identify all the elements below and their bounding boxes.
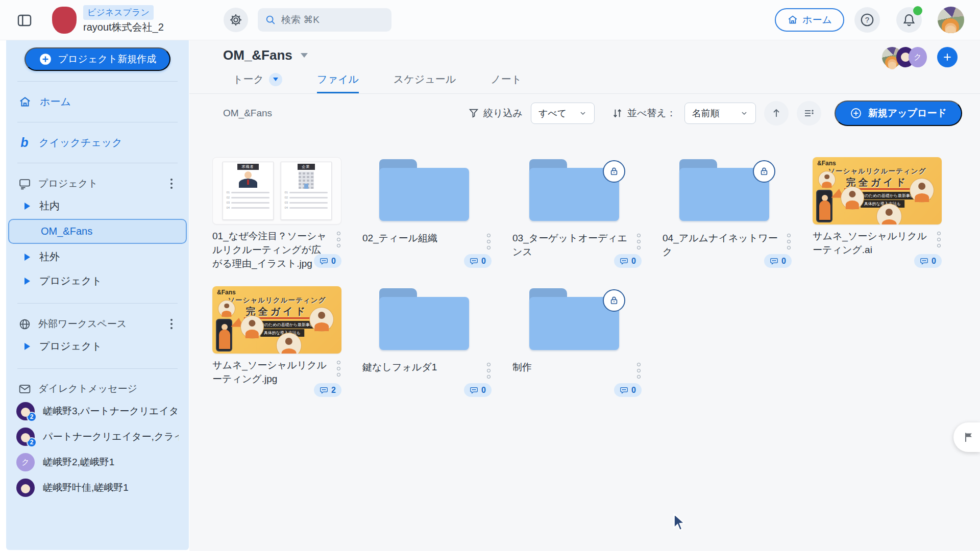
- app-root: ビジネスプラン rayout株式会社_2 ホーム ?: [0, 0, 980, 551]
- slide-illustration: 企業 01020304: [281, 162, 332, 220]
- file-toolbar: OM_&Fans 絞り込み すべて 並べ替え： 名前順: [189, 94, 980, 132]
- filter-select[interactable]: すべて: [531, 103, 595, 124]
- lock-badge-icon: [603, 160, 625, 183]
- create-project-button[interactable]: プロジェクト新規作成: [24, 47, 170, 71]
- folder-card[interactable]: 鍵なしフォルダ1 0: [362, 286, 492, 415]
- sidebar-item-project-selected[interactable]: OM_&Fans: [8, 219, 187, 244]
- sidebar: プロジェクト新規作成 ホーム b クイックチェック プロジェクト 社内 OM_&…: [6, 40, 189, 550]
- comment-count-badge[interactable]: 0: [614, 383, 642, 397]
- sidebar-group-internal[interactable]: 社内: [15, 194, 180, 218]
- tab-notes[interactable]: ノート: [491, 72, 522, 93]
- talk-dropdown-icon[interactable]: [269, 73, 282, 86]
- file-menu-icon[interactable]: [636, 361, 642, 381]
- dm-item[interactable]: ク 嵯峨野2,嵯峨野1: [15, 449, 180, 475]
- building-illustration: [299, 171, 314, 189]
- person-photo: [277, 333, 301, 354]
- sidebar-toggle-icon[interactable]: [14, 11, 35, 30]
- sidebar-external-project[interactable]: プロジェクト: [15, 334, 180, 358]
- sort-select[interactable]: 名前順: [684, 103, 756, 124]
- dm-item[interactable]: 嵯峨野叶佳,嵯峨野1: [15, 475, 180, 500]
- add-member-button[interactable]: [937, 47, 958, 67]
- search-box[interactable]: [258, 8, 391, 32]
- file-card[interactable]: &Fans ソーシャルリクルーティング 完全ガイド 採用成功のための基礎から最新…: [813, 157, 942, 286]
- comment-count-badge[interactable]: 0: [914, 254, 942, 268]
- feedback-flag-button[interactable]: [953, 422, 980, 452]
- folder-card[interactable]: 03_ターゲットオーディエンス 0: [512, 157, 642, 286]
- divider: [17, 368, 178, 369]
- file-card[interactable]: 求職者 01020304 企業 01020304 01_なぜ今注目？ソーシャルリ…: [212, 157, 341, 286]
- person-photo: [841, 187, 864, 209]
- envelope-icon: [18, 383, 31, 395]
- tab-files[interactable]: ファイル: [317, 72, 359, 93]
- org-name[interactable]: rayout株式会社_2: [83, 20, 164, 34]
- file-menu-icon[interactable]: [336, 359, 341, 386]
- notifications-button[interactable]: [896, 7, 922, 33]
- comment-icon: [620, 257, 628, 265]
- sidebar-section-projects: プロジェクト: [15, 173, 180, 194]
- dm-avatar: ク: [16, 453, 35, 471]
- external-workspace-menu-icon[interactable]: [166, 317, 177, 331]
- person-photo: [218, 300, 235, 317]
- comment-count-badge[interactable]: 0: [464, 383, 492, 397]
- comment-icon: [320, 257, 328, 265]
- search-icon: [265, 14, 276, 26]
- comment-count-badge[interactable]: 2: [314, 383, 341, 397]
- tab-talk[interactable]: トーク: [233, 72, 282, 93]
- dm-item[interactable]: 2 嵯峨野3,パートナークリエイター,嵯…: [15, 398, 180, 424]
- filter-button[interactable]: 絞り込み: [468, 107, 523, 120]
- comment-count-badge[interactable]: 0: [764, 254, 792, 268]
- topbar: ビジネスプラン rayout株式会社_2 ホーム ?: [0, 0, 980, 40]
- expand-triangle-icon[interactable]: [24, 203, 30, 210]
- home-button[interactable]: ホーム: [775, 8, 844, 32]
- folder-card[interactable]: 02_ティール組織 0: [362, 157, 492, 286]
- sort-direction-button[interactable]: [764, 101, 789, 126]
- search-input[interactable]: [281, 14, 373, 26]
- file-menu-icon[interactable]: [936, 230, 942, 257]
- page-title: OM_&Fans: [223, 47, 292, 63]
- help-button[interactable]: ?: [854, 7, 880, 33]
- sort-label: 並べ替え：: [612, 107, 676, 120]
- divider: [17, 81, 178, 82]
- folder-name: 制作: [512, 361, 636, 381]
- tab-schedule[interactable]: スケジュール: [394, 72, 456, 93]
- member-avatars: ク: [882, 47, 958, 67]
- comment-count-badge[interactable]: 0: [314, 254, 341, 268]
- member-avatar[interactable]: ク: [909, 47, 927, 67]
- project-caret-icon[interactable]: [301, 53, 308, 58]
- folder-card[interactable]: 04_アルムナイネットワーク 0: [663, 157, 792, 286]
- folder-card[interactable]: 制作 0: [512, 286, 642, 415]
- projects-menu-icon[interactable]: [166, 177, 177, 191]
- globe-icon: [18, 318, 31, 331]
- dm-avatar: 2: [16, 428, 35, 446]
- file-menu-icon[interactable]: [486, 232, 492, 252]
- user-avatar[interactable]: [938, 7, 964, 33]
- view-toggle-button[interactable]: [797, 101, 821, 126]
- upload-button[interactable]: 新規アップロード: [835, 101, 962, 126]
- file-menu-icon[interactable]: [486, 361, 492, 381]
- sidebar-group-project[interactable]: プロジェクト: [15, 269, 180, 293]
- chevron-down-icon: [579, 109, 587, 117]
- chevron-down-icon: [740, 109, 748, 117]
- file-grid: 求職者 01020304 企業 01020304 01_なぜ今注目？ソーシャルリ…: [212, 157, 942, 415]
- settings-button[interactable]: [224, 8, 248, 32]
- comment-count-badge[interactable]: 0: [614, 254, 642, 268]
- comment-icon: [470, 386, 478, 394]
- workspace-logo[interactable]: [52, 7, 77, 34]
- dm-avatar: [16, 479, 35, 497]
- expand-triangle-icon[interactable]: [24, 278, 30, 285]
- arrow-up-icon: [770, 107, 782, 119]
- file-card[interactable]: &Fans ソーシャルリクルーティング 完全ガイド 採用成功のための基礎から最新…: [212, 286, 341, 415]
- question-icon: ?: [860, 12, 875, 28]
- sidebar-item-quickcheck[interactable]: b クイックチェック: [15, 133, 180, 153]
- expand-triangle-icon[interactable]: [24, 254, 30, 261]
- expand-triangle-icon[interactable]: [24, 343, 30, 350]
- lock-badge-icon: [753, 160, 775, 183]
- dm-item[interactable]: 2 パートナークリエイター,クライア…: [15, 424, 180, 449]
- monitor-icon: [18, 178, 31, 190]
- comment-count-badge[interactable]: 0: [464, 254, 492, 268]
- folder-name: 鍵なしフォルダ1: [362, 361, 486, 381]
- gear-icon: [229, 13, 243, 27]
- sidebar-group-external[interactable]: 社外: [15, 245, 180, 269]
- sort-arrows-icon: [612, 108, 623, 119]
- sidebar-item-home[interactable]: ホーム: [15, 92, 180, 112]
